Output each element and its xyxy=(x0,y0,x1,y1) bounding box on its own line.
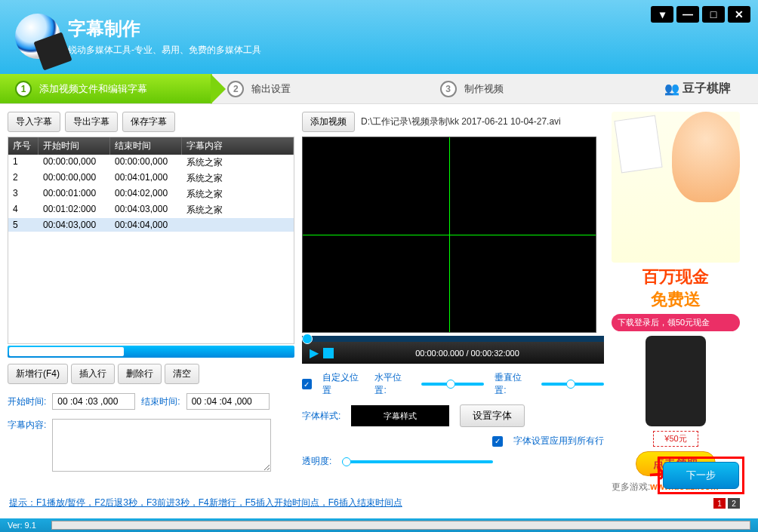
step-2[interactable]: 2 输出设置 xyxy=(212,74,424,103)
keyboard-hint[interactable]: 提示：F1播放/暂停，F2后退3秒，F3前进3秒，F4新增行，F5插入开始时间点… xyxy=(9,497,402,509)
table-row[interactable]: 200:00:00,00000:04:01,000系统之家 xyxy=(8,171,294,186)
ad-brand[interactable]: 豆子棋牌 xyxy=(637,74,758,103)
col-header-end: 结束时间 xyxy=(110,137,182,155)
custom-position-label: 自定义位置 xyxy=(322,371,365,397)
table-row[interactable]: 100:00:00,00000:00:00,000系统之家 xyxy=(8,155,294,171)
menu-button[interactable]: ▾ xyxy=(651,6,673,23)
video-path: D:\工作记录\视频录制\kk 2017-06-21 10-04-27.avi xyxy=(361,115,561,128)
maximize-button[interactable]: □ xyxy=(702,6,725,23)
stop-button[interactable] xyxy=(323,348,334,358)
v-position-label: 垂直位置: xyxy=(495,371,531,397)
close-button[interactable]: ✕ xyxy=(728,6,750,23)
step-2-label: 输出设置 xyxy=(251,82,291,96)
opacity-label: 透明度: xyxy=(302,455,331,468)
video-preview[interactable] xyxy=(302,137,596,333)
apply-all-label: 字体设置应用到所有行 xyxy=(513,435,604,447)
progress-bar xyxy=(51,521,750,530)
import-subtitle-button[interactable]: 导入字幕 xyxy=(8,112,60,132)
horizontal-scrollbar[interactable] xyxy=(8,346,294,358)
export-subtitle-button[interactable]: 导出字幕 xyxy=(65,112,118,132)
cards-icon xyxy=(614,115,662,174)
apply-all-checkbox[interactable]: ✓ xyxy=(492,436,503,447)
end-time-label: 结束时间: xyxy=(141,395,180,408)
play-button[interactable]: ▶ xyxy=(310,346,319,360)
minimize-button[interactable]: — xyxy=(676,6,699,23)
phone-icon xyxy=(646,336,706,426)
next-button[interactable]: 下一步 xyxy=(663,462,739,489)
v-position-slider[interactable] xyxy=(541,383,604,386)
app-logo-icon xyxy=(15,14,60,59)
end-time-input[interactable] xyxy=(186,393,270,410)
step-3[interactable]: 3 制作视频 xyxy=(425,74,637,103)
clear-button[interactable]: 清空 xyxy=(165,364,199,384)
subtitle-table: 序号 开始时间 结束时间 字幕内容 100:00:00,00000:00:00,… xyxy=(8,137,294,344)
table-row[interactable]: 300:00:01:00000:04:02,000系统之家 xyxy=(8,186,294,202)
opacity-slider[interactable] xyxy=(342,460,493,463)
table-row[interactable]: 500:04:03,00000:04:04,000 xyxy=(8,218,294,232)
ad-page-1[interactable]: 1 xyxy=(713,498,726,509)
col-header-content: 字幕内容 xyxy=(182,137,294,155)
h-position-slider[interactable] xyxy=(421,383,484,386)
set-font-button[interactable]: 设置字体 xyxy=(460,404,525,427)
new-row-button[interactable]: 新增行(F4) xyxy=(8,364,68,384)
delete-row-button[interactable]: 删除行 xyxy=(118,364,162,384)
add-video-button[interactable]: 添加视频 xyxy=(302,112,355,132)
col-header-start: 开始时间 xyxy=(39,137,110,155)
ad-page-2[interactable]: 2 xyxy=(728,498,740,509)
step-3-label: 制作视频 xyxy=(464,82,504,96)
app-subtitle: 锐动多媒体工具-专业、易用、免费的多媒体工具 xyxy=(68,44,261,57)
ad-badge: 下载登录后，领50元现金 xyxy=(612,314,740,331)
advertisement[interactable]: 百万现金 免费送 下载登录后，领50元现金 ¥50元 点击领取 更多游戏:www… xyxy=(612,112,740,509)
insert-row-button[interactable]: 插入行 xyxy=(71,364,115,384)
col-header-num: 序号 xyxy=(8,137,39,155)
next-button-highlight: 下一步 xyxy=(658,457,744,494)
prize-label: ¥50元 xyxy=(653,431,698,447)
step-2-num: 2 xyxy=(227,81,244,97)
character-icon xyxy=(672,112,740,202)
save-subtitle-button[interactable]: 保存字幕 xyxy=(122,112,175,132)
ad-headline-1: 百万现金 xyxy=(642,267,709,286)
step-1[interactable]: 1 添加视频文件和编辑字幕 xyxy=(0,74,212,103)
font-style-preview: 字幕样式 xyxy=(351,405,449,426)
step-1-num: 1 xyxy=(15,81,32,97)
content-label: 字幕内容: xyxy=(8,419,46,432)
font-style-label: 字体样式: xyxy=(302,410,340,423)
app-title: 字幕制作 xyxy=(68,17,261,41)
step-3-num: 3 xyxy=(440,81,457,97)
start-time-input[interactable] xyxy=(52,393,135,410)
ad-headline-2: 免费送 xyxy=(651,290,701,309)
start-time-label: 开始时间: xyxy=(8,395,46,408)
table-row[interactable]: 400:01:02:00000:04:03,000系统之家 xyxy=(8,202,294,218)
version-label: Ver: 9.1 xyxy=(8,521,36,530)
custom-position-checkbox[interactable]: ✓ xyxy=(302,379,312,389)
time-display: 00:00:00.000 / 00:00:32:000 xyxy=(338,349,596,358)
seek-bar[interactable] xyxy=(302,336,604,342)
wizard-steps: 1 添加视频文件和编辑字幕 2 输出设置 3 制作视频 豆子棋牌 xyxy=(0,74,758,104)
step-1-label: 添加视频文件和编辑字幕 xyxy=(39,82,147,96)
h-position-label: 水平位置: xyxy=(374,371,411,397)
subtitle-content-input[interactable] xyxy=(52,419,271,472)
